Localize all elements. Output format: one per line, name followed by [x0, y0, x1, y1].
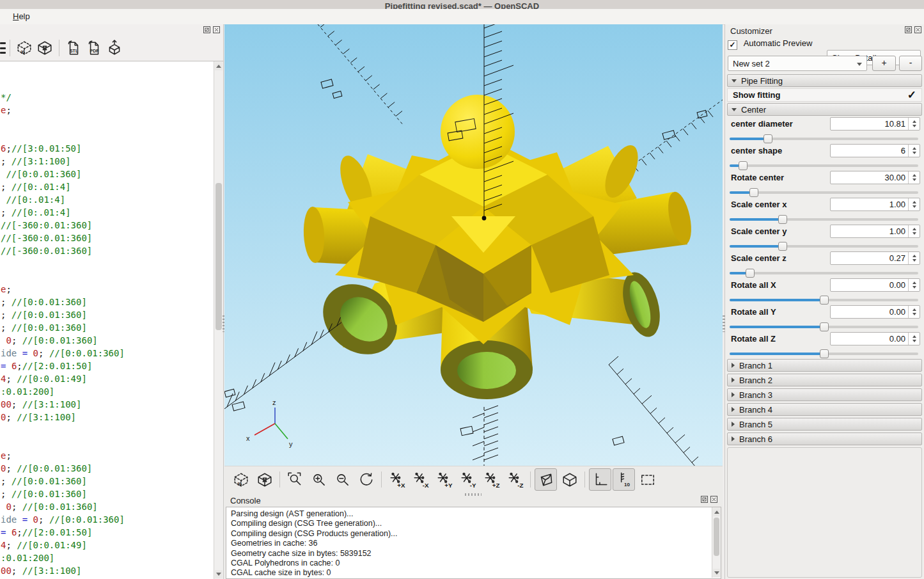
- rotate-center-spinbox[interactable]: 30.00: [830, 171, 920, 184]
- vt-view-plus-z-button[interactable]: +Z: [480, 468, 503, 491]
- rotate-all-z-slider[interactable]: [730, 349, 918, 358]
- center-diameter-spinbox[interactable]: 10.81: [830, 117, 920, 131]
- editor-close-icon[interactable]: [212, 26, 220, 33]
- center-shape-spinbox[interactable]: 6: [830, 144, 920, 157]
- vt-reset-view-button[interactable]: [355, 468, 377, 491]
- slider-handle[interactable]: [778, 242, 787, 251]
- rotate-all-y-spinbox[interactable]: 0.00: [830, 305, 920, 319]
- console-title: Console: [230, 496, 261, 505]
- vt-zoom-in-button[interactable]: [308, 468, 330, 491]
- editor-toolbar: »STLPDF: [0, 35, 223, 61]
- slider-handle[interactable]: [820, 322, 829, 331]
- vt-zoom-all-button[interactable]: [284, 468, 306, 491]
- code-line: :0.01:200]: [1, 551, 223, 564]
- customizer-float-icon[interactable]: [904, 26, 912, 33]
- add-preset-button[interactable]: +: [872, 56, 896, 71]
- vt-preview-button[interactable]: »: [230, 468, 252, 491]
- customizer-title: Customizer: [730, 26, 772, 36]
- slider-handle[interactable]: [820, 349, 829, 358]
- spinner-arrows-icon[interactable]: [908, 198, 920, 210]
- console-float-icon[interactable]: [700, 496, 708, 503]
- section-center[interactable]: Center: [727, 103, 922, 116]
- show-fitting-row[interactable]: Show fitting ✓: [727, 88, 922, 102]
- spinner-arrows-icon[interactable]: [908, 145, 920, 157]
- rotate-all-y-slider[interactable]: [730, 322, 918, 331]
- param-value: 30.00: [884, 173, 905, 182]
- show-fitting-checkbox[interactable]: ✓: [907, 88, 916, 102]
- spinner-arrows-icon[interactable]: [908, 306, 920, 318]
- vt-show-axes-button[interactable]: [589, 468, 611, 491]
- slider-handle[interactable]: [739, 161, 748, 170]
- customizer-panel: Customizer ✓ Automatic Preview Show Deta…: [724, 24, 924, 579]
- spinner-arrows-icon[interactable]: [908, 333, 920, 345]
- console-close-icon[interactable]: [710, 496, 717, 503]
- branch-6-section[interactable]: Branch 6: [727, 432, 922, 445]
- center-diameter-slider[interactable]: [730, 134, 918, 143]
- chevron-down-icon: [732, 79, 737, 83]
- scale-center-y-slider[interactable]: [730, 242, 918, 251]
- vt-view-minus-z-button[interactable]: -Z: [504, 468, 526, 491]
- vt-view-plus-y-button[interactable]: +Y: [433, 468, 455, 491]
- section-pipe-fitting[interactable]: Pipe Fitting: [727, 74, 922, 87]
- rotate-all-x-slider[interactable]: [730, 296, 918, 305]
- preset-combo[interactable]: New set 2: [728, 56, 867, 71]
- editor-scrollbar[interactable]: [214, 61, 223, 579]
- code-editor[interactable]: */e;6;//[3:0.01:50]; //[3:1:100] //[0:0.…: [0, 61, 223, 579]
- param-center-diameter: center diameter10.81: [725, 117, 924, 144]
- editor-float-icon[interactable]: [203, 26, 210, 33]
- ed-export-pdf-button[interactable]: PDF: [84, 38, 104, 58]
- menu-help[interactable]: Help: [9, 10, 34, 23]
- slider-handle[interactable]: [746, 269, 755, 278]
- menu-handle-icon[interactable]: [0, 42, 6, 54]
- vt-zoom-out-button[interactable]: [331, 468, 354, 491]
- branch-label: Branch 6: [739, 434, 772, 444]
- code-line: 00; //[3:1:100]: [1, 398, 223, 411]
- branch-4-section[interactable]: Branch 4: [727, 403, 922, 416]
- scale-center-x-spinbox[interactable]: 1.00: [830, 198, 920, 211]
- slider-handle[interactable]: [778, 215, 787, 224]
- spinner-arrows-icon[interactable]: [908, 225, 920, 237]
- spinner-arrows-icon[interactable]: [908, 279, 920, 291]
- code-line: 00; //[3:1:100]: [1, 564, 223, 577]
- scale-center-z-spinbox[interactable]: 0.27: [830, 251, 920, 265]
- code-line: ; //[0:0.01:360]: [1, 296, 223, 308]
- vt-perspective-button[interactable]: [535, 468, 557, 491]
- center-shape-slider[interactable]: [730, 161, 918, 170]
- customizer-close-icon[interactable]: [914, 26, 921, 33]
- ed-export-stl-button[interactable]: STL: [63, 38, 84, 58]
- remove-preset-button[interactable]: -: [899, 56, 922, 71]
- rotate-all-x-spinbox[interactable]: 0.00: [830, 278, 920, 292]
- 3d-viewport[interactable]: z x y: [224, 24, 723, 466]
- ed-preview-button[interactable]: »: [14, 38, 35, 58]
- ed-render-button[interactable]: [35, 38, 55, 58]
- vt-orthogonal-button[interactable]: [558, 468, 581, 491]
- automatic-preview-checkbox[interactable]: ✓: [728, 40, 737, 50]
- branch-1-section[interactable]: Branch 1: [727, 359, 922, 372]
- ed-export-3d-button[interactable]: [104, 38, 125, 58]
- param-value: 10.81: [884, 119, 905, 129]
- branch-2-section[interactable]: Branch 2: [727, 374, 922, 386]
- branch-3-section[interactable]: Branch 3: [727, 388, 922, 401]
- vt-view-minus-y-button[interactable]: -Y: [457, 468, 479, 491]
- spinner-arrows-icon[interactable]: [908, 171, 920, 184]
- vt-render-button[interactable]: [253, 468, 276, 491]
- scale-center-x-slider[interactable]: [730, 215, 918, 224]
- param-value: 1.00: [889, 200, 905, 209]
- scale-center-z-slider[interactable]: [730, 269, 918, 278]
- console-log[interactable]: Parsing design (AST generation)...Compil…: [226, 507, 721, 579]
- spinner-arrows-icon[interactable]: [908, 252, 920, 264]
- slider-handle[interactable]: [820, 296, 829, 305]
- scale-center-y-spinbox[interactable]: 1.00: [830, 225, 920, 238]
- rotate-center-slider[interactable]: [730, 188, 918, 197]
- slider-handle[interactable]: [749, 188, 758, 197]
- branch-5-section[interactable]: Branch 5: [727, 418, 922, 431]
- console-splitter-handle[interactable]: [465, 493, 482, 496]
- spinner-arrows-icon[interactable]: [908, 118, 920, 130]
- vt-view-all-button[interactable]: [636, 468, 659, 491]
- vt-view-plus-x-button[interactable]: +X: [386, 468, 408, 491]
- vt-view-minus-x-button[interactable]: -X: [409, 468, 432, 491]
- rotate-all-z-spinbox[interactable]: 0.00: [830, 332, 920, 345]
- console-scrollbar[interactable]: [712, 507, 721, 578]
- slider-handle[interactable]: [763, 134, 772, 143]
- vt-show-scale-markers-button[interactable]: 10: [613, 468, 635, 491]
